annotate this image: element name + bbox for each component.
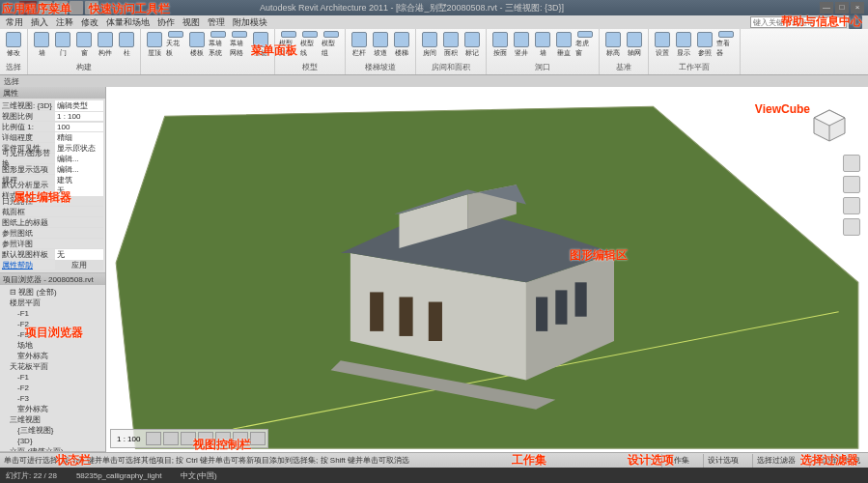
browser-node[interactable]: 立面 (建筑立面)	[2, 446, 103, 452]
ribbon-button[interactable]: 垂直	[554, 31, 574, 58]
crop-region-icon[interactable]	[233, 432, 248, 445]
browser-node[interactable]: {三维视图}	[2, 425, 103, 436]
visual-style-icon[interactable]	[163, 432, 179, 445]
ribbon-button[interactable]: 栏杆	[350, 31, 369, 58]
property-value[interactable]: 显示原状态	[55, 143, 103, 154]
browser-node[interactable]: -F3	[2, 329, 103, 340]
ribbon-button[interactable]: 模型线	[300, 31, 320, 58]
ribbon-button-label: 天花板	[166, 39, 185, 58]
browser-node[interactable]: 楼层平面	[2, 298, 103, 308]
ribbon-button[interactable]: 参照	[695, 31, 714, 58]
browser-node[interactable]: 室外标高	[2, 351, 103, 361]
menu-item[interactable]: 协作	[157, 16, 175, 29]
app-menu-button[interactable]	[19, 1, 37, 14]
ribbon-button[interactable]: 幕墙网格	[230, 31, 249, 58]
property-key: 参照详图	[2, 239, 55, 249]
ribbon-button[interactable]: 模型组	[322, 31, 341, 58]
ribbon-button[interactable]: 修改	[4, 31, 23, 58]
ribbon-button[interactable]: 面积	[441, 31, 461, 58]
ribbon-button[interactable]: 标记	[462, 31, 482, 58]
detail-level-icon[interactable]	[146, 432, 161, 445]
property-value[interactable]: 无	[55, 249, 103, 260]
tool-icon	[253, 32, 268, 47]
close-button[interactable]: ×	[851, 2, 864, 14]
menu-item[interactable]: 注释	[56, 16, 73, 29]
ribbon-button[interactable]: 模型文字	[279, 31, 298, 58]
menu-item[interactable]: 插入	[31, 16, 48, 29]
pan-icon[interactable]	[843, 176, 860, 193]
property-value[interactable]: 编辑...	[55, 154, 103, 164]
property-value[interactable]: 建筑	[55, 175, 103, 185]
property-value[interactable]: 精细	[55, 132, 103, 143]
browser-node[interactable]: -F3	[2, 393, 103, 404]
ribbon-button[interactable]: 楼板	[187, 31, 207, 58]
maximize-button[interactable]: □	[835, 2, 849, 14]
ribbon-button[interactable]: 按面	[490, 31, 510, 58]
browser-node[interactable]: -F1	[2, 308, 103, 319]
edit-type-button[interactable]: 编辑类型	[55, 100, 103, 111]
property-value[interactable]: 100	[55, 123, 103, 131]
sun-path-icon[interactable]	[181, 432, 196, 445]
model-canvas[interactable]	[106, 87, 868, 456]
shadows-icon[interactable]	[198, 432, 213, 445]
menu-item[interactable]: 视图	[182, 16, 200, 29]
ribbon-button[interactable]: 天花板	[166, 31, 185, 58]
qat-print-icon[interactable]	[85, 1, 98, 14]
menu-item[interactable]: 管理	[208, 16, 225, 29]
browser-node[interactable]: 三维视图	[2, 414, 103, 425]
menu-item[interactable]: 修改	[81, 16, 98, 29]
orbit-icon[interactable]	[843, 218, 860, 236]
menu-item[interactable]: 常用	[6, 16, 23, 29]
ribbon-button[interactable]: 墙	[533, 31, 552, 58]
help-search-input[interactable]	[750, 16, 847, 28]
menu-item[interactable]: 体量和场地	[106, 16, 150, 29]
viewport-3d[interactable]: 1 : 100	[106, 87, 868, 452]
steering-wheel-icon[interactable]	[843, 155, 860, 172]
ribbon-button[interactable]: 查看器	[716, 31, 736, 58]
browser-node[interactable]: -F1	[2, 372, 103, 383]
browser-node[interactable]: -F2	[2, 319, 103, 329]
ribbon-button[interactable]: 设置	[653, 31, 672, 58]
property-value[interactable]: 1 : 100	[55, 112, 103, 121]
viewcube[interactable]	[810, 106, 849, 145]
ribbon-button[interactable]: 坡道	[371, 31, 390, 58]
ribbon-button[interactable]: 柱	[117, 31, 136, 58]
minimize-button[interactable]: —	[820, 2, 833, 14]
crop-view-icon[interactable]	[215, 432, 231, 445]
apply-button[interactable]: 应用	[55, 260, 103, 270]
browser-node[interactable]: 室外标高	[2, 404, 103, 414]
ribbon-button[interactable]: 屋顶	[145, 31, 164, 58]
browser-node[interactable]: {3D}	[2, 436, 103, 446]
ribbon-button[interactable]: 老虎窗	[575, 31, 595, 58]
qat-undo-icon[interactable]	[54, 1, 68, 14]
property-value[interactable]: 编辑...	[55, 164, 103, 175]
ribbon-group: 屋顶天花板楼板幕墙系统幕墙网格竖梃	[141, 29, 275, 74]
browser-node[interactable]: 场地	[2, 340, 103, 351]
ribbon-button[interactable]: 墙	[32, 31, 51, 58]
zoom-icon[interactable]	[843, 197, 860, 214]
lock-3d-icon[interactable]	[250, 432, 266, 445]
property-value[interactable]: 无	[55, 185, 103, 196]
ribbon-button[interactable]: 窗	[74, 31, 94, 58]
type-selector[interactable]: 三维视图: {3D}	[2, 100, 55, 111]
ribbon-button[interactable]: 轴网	[625, 31, 644, 58]
qat-redo-icon[interactable]	[70, 1, 83, 14]
browser-node[interactable]: 天花板平面	[2, 361, 103, 372]
view-scale[interactable]: 1 : 100	[113, 432, 144, 445]
ribbon-button[interactable]: 标高	[603, 31, 623, 58]
qat-save-icon[interactable]	[39, 1, 52, 14]
ribbon-button[interactable]: 幕墙系统	[209, 31, 228, 58]
ribbon-button[interactable]: 显示	[674, 31, 693, 58]
browser-node[interactable]: ⊟ 视图 (全部)	[2, 287, 103, 298]
ribbon-button[interactable]: 房间	[420, 31, 439, 58]
ribbon-button[interactable]: 竖梃	[251, 31, 270, 58]
menu-item[interactable]: 附加模块	[233, 16, 267, 29]
ribbon-button[interactable]: 楼梯	[392, 31, 411, 58]
property-key: 图纸上的标题	[2, 217, 55, 228]
browser-node[interactable]: -F2	[2, 383, 103, 393]
props-help-link[interactable]: 属性帮助	[2, 260, 55, 270]
ribbon-button[interactable]: 竖井	[512, 31, 531, 58]
ribbon-button[interactable]: 构件	[96, 31, 115, 58]
search-icon[interactable]	[849, 15, 862, 29]
ribbon-button[interactable]: 门	[53, 31, 72, 58]
